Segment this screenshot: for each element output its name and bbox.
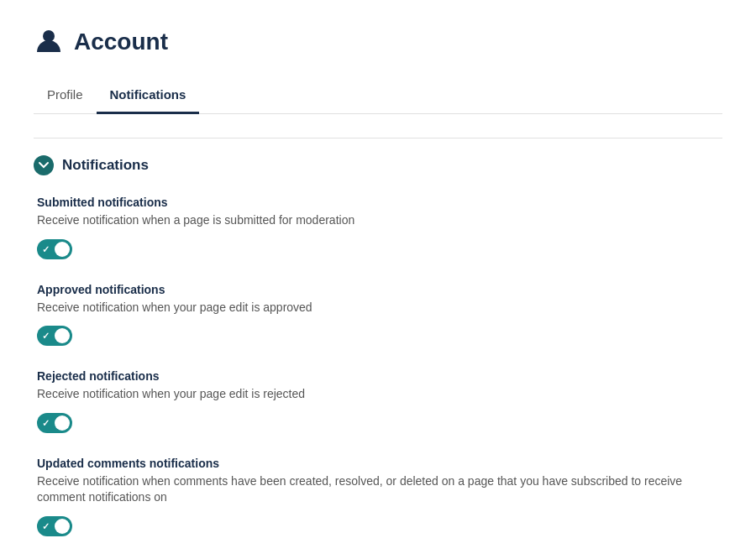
notification-item-approved: Approved notifications Receive notificat… xyxy=(34,283,722,347)
tabs-container: Profile Notifications xyxy=(34,79,722,114)
toggle-submitted[interactable]: ✓ xyxy=(37,239,72,259)
notification-label-submitted: Submitted notifications xyxy=(37,196,722,209)
notification-item-submitted: Submitted notifications Receive notifica… xyxy=(34,196,722,259)
notification-item-rejected: Rejected notifications Receive notificat… xyxy=(34,369,722,433)
notification-label-comments: Updated comments notifications xyxy=(37,457,722,470)
toggle-check-approved: ✓ xyxy=(42,331,50,342)
toggle-button-approved[interactable]: ✓ xyxy=(37,326,72,346)
toggle-comments[interactable]: ✓ xyxy=(37,516,72,536)
toggle-button-rejected[interactable]: ✓ xyxy=(37,413,72,433)
account-icon xyxy=(34,25,64,59)
toggle-check-rejected: ✓ xyxy=(42,417,50,428)
toggle-check-submitted: ✓ xyxy=(42,243,50,254)
svg-point-0 xyxy=(43,30,55,42)
section-header: Notifications xyxy=(34,155,722,175)
notification-label-rejected: Rejected notifications xyxy=(37,369,722,383)
toggle-approved[interactable]: ✓ xyxy=(37,326,72,346)
toggle-button-comments[interactable]: ✓ xyxy=(37,516,72,536)
toggle-button-submitted[interactable]: ✓ xyxy=(37,239,72,259)
section-icon xyxy=(34,155,54,175)
notifications-list: Submitted notifications Receive notifica… xyxy=(34,196,722,536)
tab-profile[interactable]: Profile xyxy=(34,79,97,114)
notification-desc-rejected: Receive notification when your page edit… xyxy=(37,386,722,403)
notification-label-approved: Approved notifications xyxy=(37,283,722,296)
notification-item-comments: Updated comments notifications Receive n… xyxy=(34,457,722,536)
section-title: Notifications xyxy=(62,157,149,174)
page-header: Account xyxy=(34,25,722,59)
notification-desc-approved: Receive notification when your page edit… xyxy=(37,300,722,316)
toggle-check-comments: ✓ xyxy=(42,520,50,531)
divider xyxy=(34,138,722,138)
toggle-rejected[interactable]: ✓ xyxy=(37,413,72,433)
notification-desc-submitted: Receive notification when a page is subm… xyxy=(37,212,722,229)
tab-notifications[interactable]: Notifications xyxy=(97,79,200,114)
notification-desc-comments: Receive notification when comments have … xyxy=(37,473,722,506)
page-title: Account xyxy=(74,29,168,55)
